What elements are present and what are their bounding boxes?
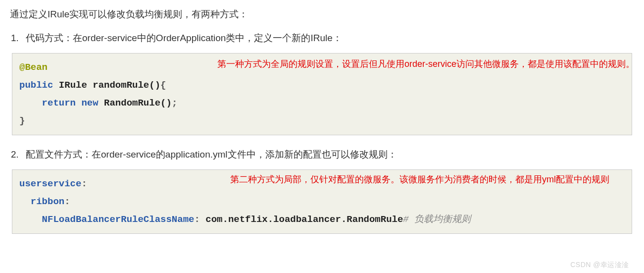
code-block-1: 第一种方式为全局的规则设置，设置后但凡使用order-service访问其他微服… bbox=[12, 53, 632, 135]
bean-annotation: @Bean bbox=[19, 62, 48, 73]
code2-line2: ribbon: bbox=[19, 193, 625, 211]
code1-line3: return new RandomRule(); bbox=[19, 94, 625, 112]
brace-open: { bbox=[160, 80, 166, 91]
code1-call: RandomRule() bbox=[99, 98, 172, 109]
colon-3: : bbox=[194, 214, 199, 225]
code-block-2: 第二种方式为局部，仅针对配置的微服务。该微服务作为消费者的时候，都是用yml配置… bbox=[12, 169, 632, 234]
key-ribbon: ribbon bbox=[31, 196, 64, 207]
annotation-note-1: 第一种方式为全局的规则设置，设置后但凡使用order-service访问其他微服… bbox=[217, 57, 638, 71]
yaml-value: com.netflix.loadbalancer.RandomRule bbox=[200, 214, 403, 225]
code2-line3: NFLoadBalancerRuleClassName: com.netflix… bbox=[19, 211, 625, 228]
colon-2: : bbox=[64, 196, 70, 207]
code1-line4: } bbox=[19, 112, 625, 130]
brace-close: } bbox=[19, 115, 25, 126]
list-2-number: 2. bbox=[10, 147, 26, 162]
kw-new: new bbox=[76, 98, 99, 109]
code1-sig: IRule randomRule() bbox=[53, 80, 160, 91]
semi: ; bbox=[172, 98, 177, 109]
annotation-note-2: 第二种方式为局部，仅针对配置的微服务。该微服务作为消费者的时候，都是用yml配置… bbox=[230, 173, 644, 187]
list-2-text: 配置文件方式：在order-service的application.yml文件中… bbox=[26, 147, 397, 162]
key-nflb: NFLoadBalancerRuleClassName bbox=[42, 214, 195, 225]
list-1-text: 代码方式：在order-service中的OrderApplication类中，… bbox=[26, 31, 342, 46]
code1-line2: public IRule randomRule(){ bbox=[19, 76, 625, 94]
list-item-1: 1. 代码方式：在order-service中的OrderApplication… bbox=[10, 31, 634, 46]
list-1-number: 1. bbox=[10, 31, 26, 46]
intro-text: 通过定义IRule实现可以修改负载均衡规则，有两种方式： bbox=[10, 7, 634, 22]
key-userservice: userservice bbox=[19, 178, 81, 189]
yaml-comment: # 负载均衡规则 bbox=[403, 214, 471, 225]
list-item-2: 2. 配置文件方式：在order-service的application.yml… bbox=[10, 147, 634, 162]
kw-public: public bbox=[19, 80, 53, 91]
colon-1: : bbox=[81, 178, 87, 189]
kw-return: return bbox=[42, 98, 76, 109]
